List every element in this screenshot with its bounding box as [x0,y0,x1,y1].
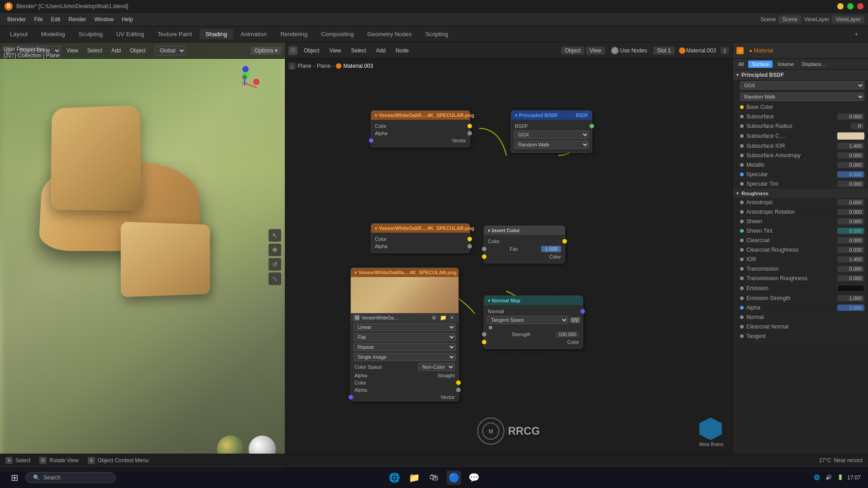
subsurface-method-prop-selector[interactable]: Random Walk [740,93,864,101]
color-space-selector[interactable]: Non-Color [418,363,455,371]
section-header-bsdf[interactable]: ▾ Principled BSDF [733,70,868,80]
gizmo-center-ball[interactable] [242,75,247,80]
socket-normal-out[interactable] [580,309,585,314]
socket-invert-color-out[interactable] [562,239,567,244]
viewport-3d[interactable]: ⊙ Object Mode View Select Add Object Glo… [0,42,285,472]
taskbar-edge-icon[interactable]: 🌐 [387,470,401,485]
taskbar-blender-icon[interactable]: 🔵 [447,470,461,485]
strength-value[interactable]: 100.000 [556,331,579,338]
value-specular-tint[interactable]: 0.000 [837,181,864,187]
sound-icon[interactable]: 🔊 [826,474,832,480]
tab-uv-editing[interactable]: UV Editing [110,29,150,39]
tab-sculpting[interactable]: Sculpting [72,29,109,39]
menu-edit[interactable]: Edit [47,15,64,24]
value-metallic[interactable]: 0.000 [837,162,864,168]
tab-modeling[interactable]: Modeling [35,29,71,39]
value-transmission[interactable]: 0.000 [837,266,864,272]
scene-selector[interactable]: Scene [778,15,801,23]
socket-color-in-normal[interactable] [482,340,486,344]
view-button[interactable]: View [63,47,82,55]
socket-alpha-out2[interactable] [467,244,472,249]
tab-all[interactable]: All [735,61,747,68]
ne-node-button[interactable]: Node [392,47,412,55]
options-button[interactable]: Options ▾ [251,47,281,55]
use-nodes-checkbox[interactable]: ✓ [611,47,618,54]
sr-val-r[interactable]: R [851,123,864,129]
tab-animation[interactable]: Animation [234,29,273,39]
rotate-tool-icon[interactable]: ↺ [269,258,281,271]
menu-window[interactable]: Window [91,15,118,24]
interpolation-selector[interactable]: Linear [354,323,456,331]
ne-object-type-button[interactable]: Object [561,47,584,55]
network-icon[interactable]: 🌐 [814,474,820,480]
socket-alpha-out[interactable] [467,131,472,136]
value-clearcoat-roughness[interactable]: 0.030 [837,247,864,253]
slot-selector[interactable]: Slot 1 [653,47,675,55]
socket-bottom-alpha-out[interactable] [456,388,461,392]
img-close-button[interactable]: ✕ [448,314,456,321]
socket-fac-in[interactable] [482,247,486,251]
node-editor[interactable]: ⬡ Object View Select Add Node Object Vie… [285,42,732,472]
breadcrumb-material[interactable]: Material.003 [343,63,373,69]
tangent-space-selector[interactable]: Tangent Space [487,316,568,324]
value-emission-strength[interactable]: 1.000 [837,295,864,301]
ne-add-button[interactable]: Add [373,47,389,55]
socket-bottom-vector-in[interactable] [349,395,353,399]
ne-select-button[interactable]: Select [347,47,369,55]
start-button[interactable]: ⊞ [7,470,22,485]
search-bar[interactable]: 🔍 Search [25,472,116,483]
img-new-button[interactable]: ⊕ [430,314,438,321]
distribution-prop-selector[interactable]: GGX [740,81,864,89]
tab-compositing[interactable]: Compositing [315,29,360,39]
value-sheen[interactable]: 0.000 [837,218,864,225]
source-selector[interactable]: Single Image [354,353,456,361]
socket-color-out[interactable] [467,124,472,128]
projection-selector[interactable]: Flat [354,333,456,341]
emission-color-swatch[interactable] [837,285,864,292]
breadcrumb-plane1[interactable]: Plane [297,63,311,69]
tab-layout[interactable]: Layout [4,29,34,39]
distribution-selector[interactable]: GGX [514,131,589,139]
add-workspace-button[interactable]: + [848,29,864,39]
value-ior[interactable]: 1.450 [837,256,864,263]
scale-tool-icon[interactable]: ⤡ [269,272,281,285]
tab-texture-paint[interactable]: Texture Paint [151,29,198,39]
taskbar-explorer-icon[interactable]: 📁 [407,470,421,485]
menu-blender[interactable]: Blender [4,15,29,24]
img-open-button[interactable]: 📁 [439,314,447,321]
maximize-button[interactable] [847,3,854,9]
breadcrumb-plane2[interactable]: Plane [317,63,331,69]
view-layer-selector[interactable]: ViewLayer [832,15,864,23]
tab-volume[interactable]: Volume [774,61,797,68]
subsurface-color-swatch[interactable] [837,132,864,140]
gizmo-x-ball[interactable] [253,79,259,85]
object-button[interactable]: Object [127,47,150,55]
socket-strength-in[interactable] [482,332,486,337]
value-sheen-tint[interactable]: 0.500 [837,228,864,234]
uv-map-selector[interactable]: UV [570,317,580,323]
value-specular[interactable]: 0.500 [837,171,864,178]
value-transmission-roughness[interactable]: 0.000 [837,275,864,282]
socket-color-in-invert[interactable] [482,254,486,259]
taskbar-store-icon[interactable]: 🛍 [427,470,441,485]
select-tool-icon[interactable]: ↖ [269,229,281,242]
gizmo-z-ball[interactable] [242,66,249,72]
tab-rendering[interactable]: Rendering [274,29,314,39]
socket-bsdf-out[interactable] [590,124,594,128]
socket-bottom-color-out[interactable] [456,380,461,385]
value-clearcoat[interactable]: 0.000 [837,237,864,244]
tab-displacement[interactable]: Displace... [798,61,829,68]
menu-help[interactable]: Help [118,15,137,24]
orientation-selector[interactable]: Global [155,46,186,56]
tab-shading[interactable]: Shading [199,29,234,39]
select-button[interactable]: Select [84,47,106,55]
menu-file[interactable]: File [30,15,46,24]
taskbar-discord-icon[interactable]: 💬 [467,470,481,485]
move-tool-icon[interactable]: ✥ [269,244,281,256]
tab-geometry-nodes[interactable]: Geometry Nodes [361,29,418,39]
close-button[interactable] [857,3,863,9]
value-anisotropic-rotation[interactable]: 0.000 [837,209,864,215]
extension-selector[interactable]: Repeat [354,343,456,351]
tab-surface[interactable]: Surface [748,61,773,68]
value-subsurface[interactable]: 0.000 [837,113,864,120]
